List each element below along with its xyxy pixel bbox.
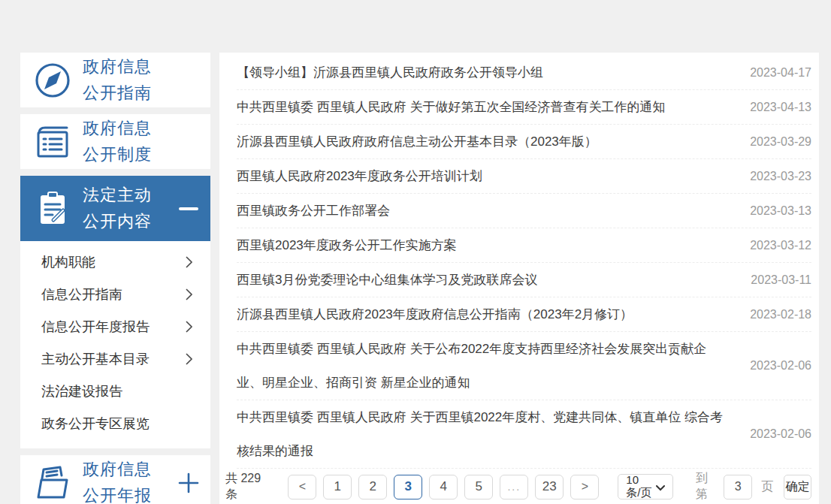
article-date: 2023-02-06 — [739, 427, 811, 441]
page-size-select[interactable]: 10 条/页 — [618, 474, 673, 499]
compass-icon — [33, 61, 72, 100]
article-title[interactable]: 中共西里镇委 西里镇人民政府 关于公布2022年度支持西里经济社会发展突出贡献企… — [237, 332, 739, 400]
sidebar-box: 政府信息 公开年报 — [20, 455, 210, 504]
article-date: 2023-03-11 — [739, 273, 811, 287]
article-date: 2023-02-18 — [739, 308, 811, 321]
submenu-item-org-functions[interactable]: 机构职能 — [20, 246, 210, 278]
submenu-statutory-disclosure: 机构职能 信息公开指南 信息公开年度报告 主动公开基本目录 — [20, 241, 210, 448]
submenu-item-special-zone[interactable]: 政务公开专区展览 — [20, 407, 210, 439]
article-row[interactable]: 【领导小组】沂源县西里镇人民政府政务公开领导小组 2023-04-17 — [237, 56, 811, 90]
submenu-item-law-report[interactable]: 法治建设报告 — [20, 375, 210, 407]
sidebar-box-active-group: 法定主动 公开内容 机构职能 信息公开指南 信息公开年度报告 — [20, 176, 210, 448]
pagination-bar: 共 229 条 < 1 2 3 4 5 ... 23 > 10 条/页 到第 页… — [225, 474, 811, 499]
article-row[interactable]: 沂源县西里镇人民政府政府信息主动公开基本目录（2023年版） 2023-03-2… — [237, 125, 811, 159]
confirm-button[interactable]: 确定 — [784, 475, 811, 499]
article-row[interactable]: 中共西里镇委 西里镇人民政府 关于做好第五次全国经济普查有关工作的通知 2023… — [237, 90, 811, 125]
submenu-item-label: 信息公开指南 — [41, 285, 122, 303]
chevron-right-icon — [186, 353, 193, 365]
article-row[interactable]: 沂源县西里镇人民政府2023年度政府信息公开指南（2023年2月修订） 2023… — [237, 297, 811, 332]
submenu-item-label: 机构职能 — [41, 253, 95, 271]
page-ellipsis-button[interactable]: ... — [500, 475, 528, 499]
chevron-right-icon — [186, 288, 193, 300]
article-title[interactable]: 西里镇人民政府2023年度政务公开培训计划 — [237, 159, 739, 193]
sidebar-item-disclosure-guide[interactable]: 政府信息 公开指南 — [20, 53, 210, 107]
folder-icon — [33, 463, 72, 502]
goto-page-input[interactable] — [724, 475, 752, 499]
submenu-item-label: 政务公开专区展览 — [41, 415, 150, 433]
sidebar-item-label: 法定主动 公开内容 — [83, 183, 177, 234]
sidebar-item-label: 政府信息 公开年报 — [83, 457, 177, 504]
submenu-item-annual-report[interactable]: 信息公开年度报告 — [20, 310, 210, 343]
collapse-icon[interactable] — [177, 207, 200, 210]
sidebar: 政府信息 公开指南 政府信息 公开制度 — [20, 53, 210, 504]
sidebar-item-annual-report[interactable]: 政府信息 公开年报 — [20, 455, 210, 504]
sidebar-item-disclosure-system[interactable]: 政府信息 公开制度 — [20, 114, 210, 169]
article-title[interactable]: 沂源县西里镇人民政府2023年度政府信息公开指南（2023年2月修订） — [237, 297, 739, 331]
article-title[interactable]: 中共西里镇委 西里镇人民政府 关于西里镇2022年度村、党建共同体、镇直单位 综… — [237, 400, 739, 468]
submenu-item-info-guide[interactable]: 信息公开指南 — [20, 278, 210, 310]
article-row[interactable]: 西里镇3月份党委理论中心组集体学习及党政联席会议 2023-03-11 — [237, 263, 811, 297]
page-button-2[interactable]: 2 — [358, 475, 387, 499]
submenu-item-basic-catalog[interactable]: 主动公开基本目录 — [20, 343, 210, 375]
article-row[interactable]: 中共西里镇委 西里镇人民政府 关于西里镇2022年度村、党建共同体、镇直单位 综… — [237, 400, 811, 469]
goto-suffix-label: 页 — [761, 479, 773, 495]
article-title[interactable]: 【领导小组】沂源县西里镇人民政府政务公开领导小组 — [237, 56, 739, 89]
article-row[interactable]: 西里镇人民政府2023年度政务公开培训计划 2023-03-23 — [237, 159, 811, 194]
sidebar-box: 政府信息 公开指南 — [20, 53, 210, 107]
chevron-right-icon — [186, 321, 193, 333]
submenu-item-label: 主动公开基本目录 — [41, 350, 150, 368]
chevron-right-icon — [186, 256, 193, 268]
sidebar-item-label: 政府信息 公开指南 — [83, 54, 177, 105]
article-row[interactable]: 西里镇政务公开工作部署会 2023-03-13 — [237, 194, 811, 228]
article-row[interactable]: 西里镇2023年度政务公开工作实施方案 2023-03-12 — [237, 228, 811, 263]
article-title[interactable]: 西里镇政务公开工作部署会 — [237, 194, 739, 228]
submenu-item-label: 信息公开年度报告 — [41, 318, 150, 336]
clipboard-icon — [33, 189, 72, 228]
article-date: 2023-03-12 — [739, 239, 811, 252]
gov-info-disclosure-page: { "colors": { "accent": "#2d66a5", "acti… — [0, 0, 831, 504]
page-button-4[interactable]: 4 — [429, 475, 458, 499]
article-date: 2023-03-13 — [739, 204, 811, 218]
submenu-item-label: 法治建设报告 — [41, 382, 122, 400]
page-button-23[interactable]: 23 — [535, 475, 564, 499]
chevron-down-icon — [656, 481, 665, 493]
page-size-label: 10 条/页 — [626, 473, 656, 500]
prev-page-button[interactable]: < — [288, 475, 316, 499]
article-title[interactable]: 中共西里镇委 西里镇人民政府 关于做好第五次全国经济普查有关工作的通知 — [237, 90, 739, 124]
article-row[interactable]: 中共西里镇委 西里镇人民政府 关于公布2022年度支持西里经济社会发展突出贡献企… — [237, 332, 811, 400]
goto-page-group: 到第 页 确定 — [696, 471, 811, 502]
next-page-button[interactable]: > — [570, 475, 599, 499]
article-title[interactable]: 沂源县西里镇人民政府政府信息主动公开基本目录（2023年版） — [237, 125, 739, 158]
sidebar-box: 政府信息 公开制度 — [20, 114, 210, 169]
article-date: 2023-04-13 — [739, 101, 811, 114]
page-button-1[interactable]: 1 — [323, 475, 352, 499]
sidebar-item-statutory-disclosure[interactable]: 法定主动 公开内容 — [20, 176, 210, 241]
article-date: 2023-02-06 — [739, 359, 811, 373]
article-title[interactable]: 西里镇2023年度政务公开工作实施方案 — [237, 228, 739, 262]
page-button-5[interactable]: 5 — [464, 475, 493, 499]
page-button-3-active[interactable]: 3 — [394, 475, 422, 499]
article-date: 2023-03-23 — [739, 170, 811, 183]
book-icon — [33, 122, 72, 161]
article-list-panel: 【领导小组】沂源县西里镇人民政府政务公开领导小组 2023-04-17 中共西里… — [219, 53, 819, 504]
article-date: 2023-04-17 — [739, 66, 811, 80]
goto-prefix-label: 到第 — [696, 471, 715, 502]
article-date: 2023-03-29 — [739, 135, 811, 149]
expand-icon[interactable] — [177, 472, 200, 493]
article-title[interactable]: 西里镇3月份党委理论中心组集体学习及党政联席会议 — [237, 263, 739, 297]
sidebar-item-label: 政府信息 公开制度 — [83, 116, 177, 167]
total-count-label: 共 229 条 — [225, 471, 267, 502]
